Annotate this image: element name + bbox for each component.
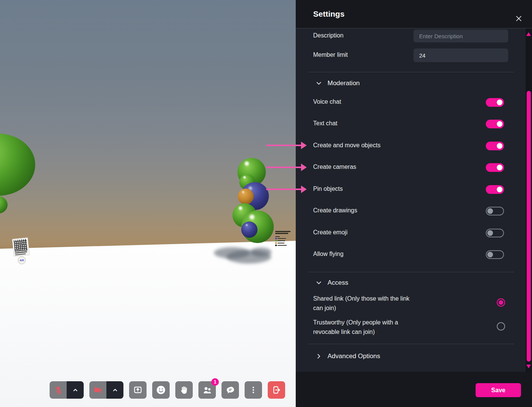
leave-room-button[interactable] [268, 381, 285, 399]
toggle-knob [497, 143, 502, 149]
toggle-knob [487, 230, 493, 236]
save-button[interactable]: Save [476, 383, 521, 397]
scrollbar-thumb[interactable] [527, 91, 531, 362]
page-title: Settings [313, 9, 345, 19]
toggle-knob [497, 121, 502, 127]
description-label: Description [313, 32, 343, 39]
radio-label-shared-link: Shared link (Only those with the link ca… [313, 294, 412, 313]
people-button[interactable]: 1 [198, 381, 216, 399]
toggle-create-drawings[interactable] [486, 207, 504, 215]
setting-label-text-chat: Text chat [313, 120, 337, 127]
toggle-voice-chat[interactable] [486, 98, 504, 107]
legend-subtitle-line [275, 236, 280, 237]
qr-code-card[interactable] [12, 237, 30, 257]
radio-label-trustworthy: Trustworthy (Only people with a revocabl… [313, 318, 412, 337]
section-title: Moderation [328, 80, 360, 87]
section-title: Advanced Options [328, 352, 380, 360]
section-moderation-header[interactable]: Moderation [315, 79, 360, 87]
member-limit-input[interactable] [413, 48, 508, 62]
radio-trustworthy[interactable] [497, 322, 505, 331]
legend-title-line [275, 231, 290, 232]
leave-exit-icon [271, 385, 281, 395]
toggle-knob [497, 165, 502, 170]
legend-dot-orange [275, 242, 277, 244]
toggle-create-emoji[interactable] [486, 229, 504, 237]
setting-label-voice-chat: Voice chat [313, 98, 341, 105]
kebab-menu-icon [249, 385, 258, 395]
microphone-options-button[interactable] [67, 381, 84, 399]
annotation-arrow-create-cameras [266, 167, 301, 168]
people-count-badge: 1 [211, 378, 219, 386]
close-icon[interactable] [515, 14, 523, 23]
people-icon [202, 385, 212, 395]
toggle-knob [487, 208, 493, 214]
legend-dot-black [275, 245, 277, 246]
sphere-blue-small[interactable] [241, 221, 257, 238]
scrollbar-down-arrow[interactable] [526, 365, 531, 368]
section-access-header[interactable]: Access [315, 279, 348, 287]
annotation-arrow-create-move-objects [266, 145, 301, 146]
divider [308, 272, 514, 272]
ar-badge[interactable]: AR [18, 256, 26, 264]
radio-shared-link[interactable] [497, 298, 505, 307]
toggle-create-move-objects[interactable] [486, 142, 504, 150]
qr-caption-line [15, 253, 26, 256]
raised-hand-icon [179, 385, 189, 395]
settings-panel: Settings Description Member limit Modera… [296, 0, 532, 407]
chevron-right-icon [315, 352, 323, 360]
camera-button-group[interactable] [89, 381, 123, 399]
description-input[interactable] [413, 30, 508, 42]
divider [308, 344, 514, 344]
raise-hand-button[interactable] [175, 381, 193, 399]
app-window: AR [0, 0, 532, 407]
scrollbar-track[interactable] [526, 28, 532, 372]
chat-button[interactable] [222, 381, 239, 399]
more-options-button[interactable] [245, 381, 262, 399]
microphone-muted-icon [53, 385, 63, 395]
legend-dot-green [275, 240, 277, 242]
legend-title-line [275, 233, 288, 234]
setting-label-create-cameras: Create cameras [313, 164, 356, 170]
annotation-arrow-pin-objects [266, 189, 301, 190]
toggle-knob [497, 100, 502, 105]
legend-dot-blue [275, 238, 277, 239]
setting-label-allow-flying: Allow flying [313, 251, 343, 257]
qr-pattern [14, 239, 28, 251]
chevron-down-icon [315, 79, 323, 87]
emoji-button[interactable] [152, 381, 170, 399]
toggle-text-chat[interactable] [486, 120, 504, 128]
settings-scroll-area: Description Member limit Moderation Voic… [296, 28, 532, 372]
chevron-up-icon [71, 386, 80, 394]
camera-options-button[interactable] [106, 381, 123, 399]
microphone-muted-button[interactable] [50, 381, 67, 399]
microphone-button-group[interactable] [50, 381, 84, 399]
setting-label-create-emoji: Create emoji [313, 229, 348, 236]
sphere-orange[interactable] [238, 189, 254, 204]
toggle-create-cameras[interactable] [486, 163, 504, 172]
toggle-knob [487, 252, 493, 257]
object-legend-card [275, 231, 292, 251]
toggle-knob [497, 187, 502, 192]
settings-footer: Save [296, 372, 532, 407]
toggle-allow-flying[interactable] [486, 250, 504, 259]
emoji-icon [156, 385, 166, 395]
sphere-shadow [251, 248, 271, 257]
divider [308, 72, 514, 72]
camera-muted-button[interactable] [89, 381, 106, 399]
action-toolbar: 1 [50, 381, 285, 399]
share-screen-icon [133, 385, 143, 395]
chevron-up-icon [111, 386, 119, 394]
setting-label-pin-objects: Pin objects [313, 186, 343, 192]
section-advanced-options-header[interactable]: Advanced Options [315, 352, 380, 360]
member-limit-label: Member limit [313, 51, 348, 58]
setting-label-create-drawings: Create drawings [313, 207, 357, 214]
chevron-down-icon [315, 279, 323, 287]
3d-viewport[interactable]: AR [0, 0, 296, 407]
share-screen-button[interactable] [129, 381, 147, 399]
setting-label-create-move-objects: Create and move objects [313, 142, 381, 149]
section-title: Access [328, 279, 348, 287]
scrollbar-up-arrow[interactable] [526, 32, 531, 36]
settings-header: Settings [296, 0, 532, 28]
toggle-pin-objects[interactable] [486, 185, 504, 194]
camera-muted-icon [93, 385, 103, 395]
